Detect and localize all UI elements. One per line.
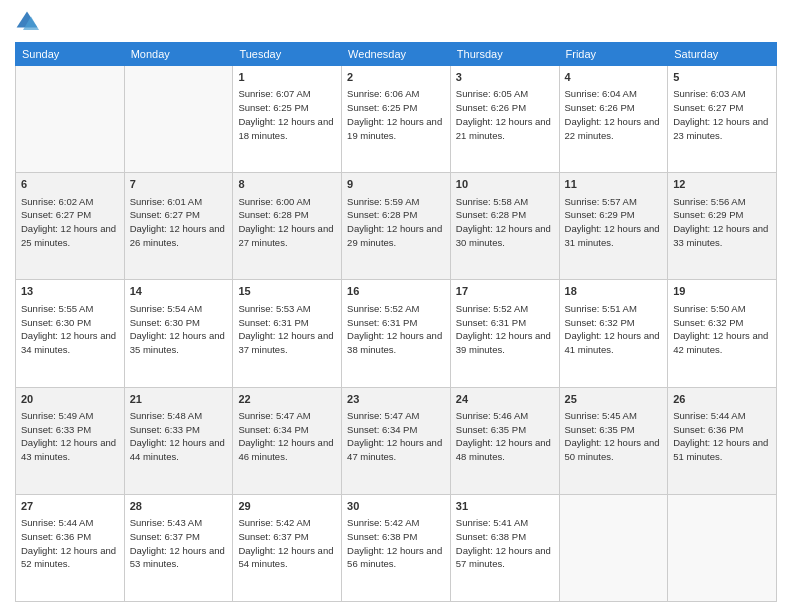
day-info: Sunrise: 5:55 AMSunset: 6:30 PMDaylight:…	[21, 302, 119, 357]
calendar-cell: 27Sunrise: 5:44 AMSunset: 6:36 PMDayligh…	[16, 494, 125, 601]
day-number: 26	[673, 392, 771, 407]
day-info: Sunrise: 5:58 AMSunset: 6:28 PMDaylight:…	[456, 195, 554, 250]
calendar-cell: 14Sunrise: 5:54 AMSunset: 6:30 PMDayligh…	[124, 280, 233, 387]
calendar-cell: 18Sunrise: 5:51 AMSunset: 6:32 PMDayligh…	[559, 280, 668, 387]
week-row-1: 6Sunrise: 6:02 AMSunset: 6:27 PMDaylight…	[16, 173, 777, 280]
logo	[15, 10, 43, 34]
day-number: 12	[673, 177, 771, 192]
calendar-cell: 31Sunrise: 5:41 AMSunset: 6:38 PMDayligh…	[450, 494, 559, 601]
day-number: 25	[565, 392, 663, 407]
day-number: 14	[130, 284, 228, 299]
day-number: 28	[130, 499, 228, 514]
week-row-3: 20Sunrise: 5:49 AMSunset: 6:33 PMDayligh…	[16, 387, 777, 494]
calendar-cell: 21Sunrise: 5:48 AMSunset: 6:33 PMDayligh…	[124, 387, 233, 494]
day-info: Sunrise: 6:03 AMSunset: 6:27 PMDaylight:…	[673, 87, 771, 142]
day-info: Sunrise: 5:59 AMSunset: 6:28 PMDaylight:…	[347, 195, 445, 250]
day-info: Sunrise: 5:46 AMSunset: 6:35 PMDaylight:…	[456, 409, 554, 464]
day-number: 11	[565, 177, 663, 192]
calendar-cell: 17Sunrise: 5:52 AMSunset: 6:31 PMDayligh…	[450, 280, 559, 387]
calendar-cell	[668, 494, 777, 601]
day-info: Sunrise: 5:42 AMSunset: 6:37 PMDaylight:…	[238, 516, 336, 571]
weekday-header-tuesday: Tuesday	[233, 43, 342, 66]
weekday-header-monday: Monday	[124, 43, 233, 66]
calendar-cell: 26Sunrise: 5:44 AMSunset: 6:36 PMDayligh…	[668, 387, 777, 494]
day-info: Sunrise: 5:53 AMSunset: 6:31 PMDaylight:…	[238, 302, 336, 357]
calendar-cell	[124, 66, 233, 173]
calendar-cell: 7Sunrise: 6:01 AMSunset: 6:27 PMDaylight…	[124, 173, 233, 280]
day-info: Sunrise: 5:41 AMSunset: 6:38 PMDaylight:…	[456, 516, 554, 571]
day-info: Sunrise: 5:44 AMSunset: 6:36 PMDaylight:…	[673, 409, 771, 464]
calendar-cell: 30Sunrise: 5:42 AMSunset: 6:38 PMDayligh…	[342, 494, 451, 601]
day-number: 3	[456, 70, 554, 85]
day-number: 9	[347, 177, 445, 192]
weekday-header-row: SundayMondayTuesdayWednesdayThursdayFrid…	[16, 43, 777, 66]
header	[15, 10, 777, 34]
calendar-cell: 22Sunrise: 5:47 AMSunset: 6:34 PMDayligh…	[233, 387, 342, 494]
day-info: Sunrise: 5:45 AMSunset: 6:35 PMDaylight:…	[565, 409, 663, 464]
day-info: Sunrise: 6:07 AMSunset: 6:25 PMDaylight:…	[238, 87, 336, 142]
day-info: Sunrise: 6:00 AMSunset: 6:28 PMDaylight:…	[238, 195, 336, 250]
week-row-0: 1Sunrise: 6:07 AMSunset: 6:25 PMDaylight…	[16, 66, 777, 173]
calendar-cell: 28Sunrise: 5:43 AMSunset: 6:37 PMDayligh…	[124, 494, 233, 601]
day-info: Sunrise: 5:56 AMSunset: 6:29 PMDaylight:…	[673, 195, 771, 250]
day-info: Sunrise: 5:47 AMSunset: 6:34 PMDaylight:…	[347, 409, 445, 464]
calendar-cell	[559, 494, 668, 601]
day-number: 10	[456, 177, 554, 192]
weekday-header-saturday: Saturday	[668, 43, 777, 66]
day-info: Sunrise: 5:57 AMSunset: 6:29 PMDaylight:…	[565, 195, 663, 250]
day-number: 13	[21, 284, 119, 299]
week-row-4: 27Sunrise: 5:44 AMSunset: 6:36 PMDayligh…	[16, 494, 777, 601]
day-number: 20	[21, 392, 119, 407]
day-info: Sunrise: 5:43 AMSunset: 6:37 PMDaylight:…	[130, 516, 228, 571]
calendar-cell: 13Sunrise: 5:55 AMSunset: 6:30 PMDayligh…	[16, 280, 125, 387]
day-number: 21	[130, 392, 228, 407]
day-number: 24	[456, 392, 554, 407]
day-number: 8	[238, 177, 336, 192]
day-number: 22	[238, 392, 336, 407]
calendar-cell: 11Sunrise: 5:57 AMSunset: 6:29 PMDayligh…	[559, 173, 668, 280]
calendar-cell: 24Sunrise: 5:46 AMSunset: 6:35 PMDayligh…	[450, 387, 559, 494]
calendar-cell: 2Sunrise: 6:06 AMSunset: 6:25 PMDaylight…	[342, 66, 451, 173]
calendar-cell: 16Sunrise: 5:52 AMSunset: 6:31 PMDayligh…	[342, 280, 451, 387]
calendar-cell: 1Sunrise: 6:07 AMSunset: 6:25 PMDaylight…	[233, 66, 342, 173]
day-number: 30	[347, 499, 445, 514]
day-number: 7	[130, 177, 228, 192]
day-number: 23	[347, 392, 445, 407]
calendar-cell: 6Sunrise: 6:02 AMSunset: 6:27 PMDaylight…	[16, 173, 125, 280]
day-info: Sunrise: 5:47 AMSunset: 6:34 PMDaylight:…	[238, 409, 336, 464]
day-info: Sunrise: 5:49 AMSunset: 6:33 PMDaylight:…	[21, 409, 119, 464]
calendar-cell: 10Sunrise: 5:58 AMSunset: 6:28 PMDayligh…	[450, 173, 559, 280]
calendar-cell: 19Sunrise: 5:50 AMSunset: 6:32 PMDayligh…	[668, 280, 777, 387]
day-info: Sunrise: 5:52 AMSunset: 6:31 PMDaylight:…	[347, 302, 445, 357]
weekday-header-wednesday: Wednesday	[342, 43, 451, 66]
weekday-header-friday: Friday	[559, 43, 668, 66]
weekday-header-thursday: Thursday	[450, 43, 559, 66]
calendar-cell: 15Sunrise: 5:53 AMSunset: 6:31 PMDayligh…	[233, 280, 342, 387]
calendar-cell: 23Sunrise: 5:47 AMSunset: 6:34 PMDayligh…	[342, 387, 451, 494]
day-number: 1	[238, 70, 336, 85]
day-info: Sunrise: 5:50 AMSunset: 6:32 PMDaylight:…	[673, 302, 771, 357]
day-info: Sunrise: 6:04 AMSunset: 6:26 PMDaylight:…	[565, 87, 663, 142]
day-info: Sunrise: 5:52 AMSunset: 6:31 PMDaylight:…	[456, 302, 554, 357]
logo-icon	[15, 10, 39, 34]
day-info: Sunrise: 6:06 AMSunset: 6:25 PMDaylight:…	[347, 87, 445, 142]
calendar-cell: 9Sunrise: 5:59 AMSunset: 6:28 PMDaylight…	[342, 173, 451, 280]
day-info: Sunrise: 5:44 AMSunset: 6:36 PMDaylight:…	[21, 516, 119, 571]
day-number: 2	[347, 70, 445, 85]
day-info: Sunrise: 6:01 AMSunset: 6:27 PMDaylight:…	[130, 195, 228, 250]
calendar-cell: 4Sunrise: 6:04 AMSunset: 6:26 PMDaylight…	[559, 66, 668, 173]
day-number: 6	[21, 177, 119, 192]
calendar-cell: 12Sunrise: 5:56 AMSunset: 6:29 PMDayligh…	[668, 173, 777, 280]
day-info: Sunrise: 6:02 AMSunset: 6:27 PMDaylight:…	[21, 195, 119, 250]
calendar-cell: 3Sunrise: 6:05 AMSunset: 6:26 PMDaylight…	[450, 66, 559, 173]
week-row-2: 13Sunrise: 5:55 AMSunset: 6:30 PMDayligh…	[16, 280, 777, 387]
day-number: 27	[21, 499, 119, 514]
day-number: 4	[565, 70, 663, 85]
page: SundayMondayTuesdayWednesdayThursdayFrid…	[0, 0, 792, 612]
day-number: 31	[456, 499, 554, 514]
day-number: 19	[673, 284, 771, 299]
day-number: 18	[565, 284, 663, 299]
day-info: Sunrise: 6:05 AMSunset: 6:26 PMDaylight:…	[456, 87, 554, 142]
calendar-cell: 8Sunrise: 6:00 AMSunset: 6:28 PMDaylight…	[233, 173, 342, 280]
calendar-cell: 29Sunrise: 5:42 AMSunset: 6:37 PMDayligh…	[233, 494, 342, 601]
